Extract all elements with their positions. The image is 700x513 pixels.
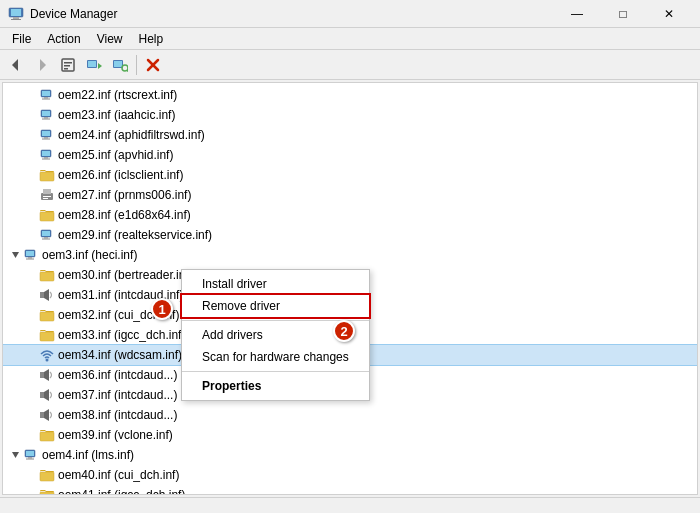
svg-rect-21 bbox=[44, 97, 48, 99]
device-icon bbox=[39, 127, 55, 143]
app-icon bbox=[8, 6, 24, 22]
svg-rect-61 bbox=[26, 451, 34, 456]
tree-item-label: oem27.inf (prnms006.inf) bbox=[58, 188, 191, 202]
tree-item-label: oem37.inf (intcdaud...) bbox=[58, 388, 177, 402]
tree-item[interactable]: oem29.inf (realtekservice.inf) bbox=[3, 225, 697, 245]
svg-rect-49 bbox=[26, 259, 34, 260]
badge-2: 2 bbox=[333, 320, 355, 342]
svg-rect-43 bbox=[44, 237, 48, 239]
minimize-button[interactable]: — bbox=[554, 0, 600, 28]
svg-rect-35 bbox=[40, 172, 54, 181]
svg-rect-38 bbox=[43, 198, 48, 199]
tree-item[interactable]: oem28.inf (e1d68x64.inf) bbox=[3, 205, 697, 225]
tree-item-label: oem23.inf (iaahcic.inf) bbox=[58, 108, 175, 122]
device-icon bbox=[39, 147, 55, 163]
tree-item-label: oem33.inf (igcc_dch.inf) bbox=[58, 328, 185, 342]
remove-driver-button[interactable] bbox=[141, 53, 165, 77]
tree-item[interactable]: oem26.inf (iclsclient.inf) bbox=[3, 165, 697, 185]
svg-rect-29 bbox=[44, 137, 48, 139]
tree-item-label: oem3.inf (heci.inf) bbox=[42, 248, 137, 262]
expand-icon bbox=[23, 427, 39, 443]
maximize-button[interactable]: □ bbox=[600, 0, 646, 28]
device-icon bbox=[39, 387, 55, 403]
expand-icon bbox=[23, 387, 39, 403]
forward-button[interactable] bbox=[30, 53, 54, 77]
svg-rect-7 bbox=[64, 62, 72, 64]
forward-icon bbox=[34, 57, 50, 73]
svg-rect-62 bbox=[28, 457, 32, 459]
title-bar-left: Device Manager bbox=[8, 6, 117, 22]
svg-point-54 bbox=[46, 359, 49, 362]
svg-rect-20 bbox=[42, 91, 50, 96]
expand-icon bbox=[23, 127, 39, 143]
tree-item[interactable]: oem38.inf (intcdaud...) bbox=[3, 405, 697, 425]
properties-button[interactable] bbox=[56, 53, 80, 77]
tree-item[interactable]: oem41.inf (igcc_dch.inf) bbox=[3, 485, 697, 494]
ctx-scan-hardware[interactable]: Scan for hardware changes bbox=[182, 346, 369, 368]
back-button[interactable] bbox=[4, 53, 28, 77]
svg-rect-9 bbox=[64, 68, 68, 70]
ctx-properties[interactable]: Properties bbox=[182, 375, 369, 397]
tree-item[interactable]: oem27.inf (prnms006.inf) bbox=[3, 185, 697, 205]
main-area: oem22.inf (rtscrext.inf)oem23.inf (iaahc… bbox=[2, 82, 698, 495]
device-icon bbox=[39, 427, 55, 443]
tree-item[interactable]: oem40.inf (cui_dch.inf) bbox=[3, 465, 697, 485]
svg-marker-45 bbox=[12, 252, 19, 258]
menu-view[interactable]: View bbox=[89, 30, 131, 48]
svg-rect-30 bbox=[42, 139, 50, 140]
tree-item-label: oem25.inf (apvhid.inf) bbox=[58, 148, 173, 162]
ctx-remove-driver[interactable]: Remove driver bbox=[182, 295, 369, 317]
svg-rect-53 bbox=[40, 332, 54, 341]
expand-icon bbox=[23, 287, 39, 303]
expand-icon bbox=[23, 407, 39, 423]
tree-item-label: oem24.inf (aphidfiltrswd.inf) bbox=[58, 128, 205, 142]
tree-item[interactable]: oem23.inf (iaahcic.inf) bbox=[3, 105, 697, 125]
expand-icon bbox=[23, 227, 39, 243]
expand-icon bbox=[7, 247, 23, 263]
tree-item[interactable]: oem3.inf (heci.inf) bbox=[3, 245, 697, 265]
device-icon bbox=[39, 87, 55, 103]
svg-rect-37 bbox=[43, 196, 51, 197]
svg-rect-47 bbox=[26, 251, 34, 256]
remove-icon bbox=[145, 57, 161, 73]
menu-action[interactable]: Action bbox=[39, 30, 88, 48]
svg-rect-3 bbox=[11, 19, 21, 20]
scan-button[interactable] bbox=[108, 53, 132, 77]
svg-rect-22 bbox=[42, 99, 50, 100]
tree-item[interactable]: oem24.inf (aphidfiltrswd.inf) bbox=[3, 125, 697, 145]
menu-file[interactable]: File bbox=[4, 30, 39, 48]
expand-icon bbox=[23, 307, 39, 323]
toolbar bbox=[0, 50, 700, 80]
tree-item-label: oem29.inf (realtekservice.inf) bbox=[58, 228, 212, 242]
svg-rect-26 bbox=[42, 119, 50, 120]
svg-rect-39 bbox=[43, 189, 51, 194]
svg-rect-64 bbox=[40, 472, 54, 481]
tree-item[interactable]: oem22.inf (rtscrext.inf) bbox=[3, 85, 697, 105]
tree-item[interactable]: oem39.inf (vclone.inf) bbox=[3, 425, 697, 445]
svg-rect-51 bbox=[40, 292, 44, 298]
expand-icon bbox=[23, 207, 39, 223]
device-icon bbox=[39, 107, 55, 123]
expand-icon bbox=[23, 467, 39, 483]
tree-item[interactable]: oem4.inf (lms.inf) bbox=[3, 445, 697, 465]
device-icon bbox=[39, 407, 55, 423]
update-driver-button[interactable] bbox=[82, 53, 106, 77]
expand-icon bbox=[23, 367, 39, 383]
svg-rect-2 bbox=[13, 17, 19, 19]
device-icon bbox=[39, 227, 55, 243]
svg-rect-24 bbox=[42, 111, 50, 116]
tree-item[interactable]: oem25.inf (apvhid.inf) bbox=[3, 145, 697, 165]
svg-rect-63 bbox=[26, 459, 34, 460]
device-icon bbox=[39, 267, 55, 283]
window-title: Device Manager bbox=[30, 7, 117, 21]
properties-icon bbox=[60, 57, 76, 73]
menu-help[interactable]: Help bbox=[131, 30, 172, 48]
close-button[interactable]: ✕ bbox=[646, 0, 692, 28]
expand-icon bbox=[23, 107, 39, 123]
expand-icon bbox=[23, 347, 39, 363]
svg-rect-50 bbox=[40, 272, 54, 281]
svg-rect-44 bbox=[42, 239, 50, 240]
ctx-install-driver[interactable]: Install driver bbox=[182, 273, 369, 295]
device-icon bbox=[39, 187, 55, 203]
tree-item-label: oem41.inf (igcc_dch.inf) bbox=[58, 488, 185, 494]
